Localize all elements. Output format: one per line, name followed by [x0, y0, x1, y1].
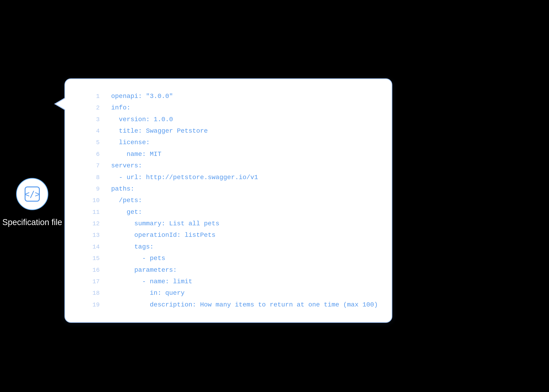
code-text: parameters:: [111, 264, 177, 276]
code-line: 9paths:: [84, 183, 378, 195]
code-line: 15 - pets: [84, 253, 378, 264]
code-line: 19 description: How many items to return…: [84, 299, 378, 311]
code-text: description: How many items to return at…: [111, 299, 378, 311]
code-text: - pets: [111, 253, 165, 264]
line-number: 18: [84, 288, 100, 299]
line-number: 2: [84, 103, 100, 113]
line-number: 5: [84, 137, 100, 148]
line-number: 3: [84, 114, 100, 125]
line-number: 13: [84, 230, 100, 241]
line-number: 19: [84, 300, 100, 310]
line-number: 4: [84, 126, 100, 137]
code-block: 1openapi: "3.0.0"2info:3 version: 1.0.04…: [84, 91, 378, 311]
line-number: 15: [84, 253, 100, 264]
code-line: 7servers:: [84, 160, 378, 172]
line-number: 6: [84, 149, 100, 160]
spec-file-label: Specification file: [2, 217, 62, 228]
code-text: name: MIT: [111, 148, 161, 160]
line-number: 11: [84, 207, 100, 218]
code-text: version: 1.0.0: [111, 114, 173, 125]
code-line: 3 version: 1.0.0: [84, 114, 378, 125]
line-number: 9: [84, 184, 100, 195]
code-line: 1openapi: "3.0.0": [84, 91, 378, 102]
code-text: tags:: [111, 241, 154, 253]
code-line: 6 name: MIT: [84, 148, 378, 160]
line-number: 8: [84, 172, 100, 183]
code-text: info:: [111, 102, 130, 114]
code-line: 10 /pets:: [84, 195, 378, 206]
line-number: 17: [84, 276, 100, 287]
code-text: - name: limit: [111, 276, 192, 287]
line-number: 14: [84, 242, 100, 252]
code-line: 4 title: Swagger Petstore: [84, 125, 378, 137]
code-line: 2info:: [84, 102, 378, 114]
icon-circle: </>: [16, 178, 48, 210]
speech-bubble: 1openapi: "3.0.0"2info:3 version: 1.0.04…: [64, 78, 392, 323]
code-line: 17 - name: limit: [84, 276, 378, 287]
code-text: servers:: [111, 160, 142, 172]
code-line: 18 in: query: [84, 287, 378, 299]
code-text: /pets:: [111, 195, 142, 206]
code-text: - url: http://petstore.swagger.io/v1: [111, 172, 258, 183]
code-text: summary: List all pets: [111, 218, 219, 230]
code-text: get:: [111, 206, 142, 218]
code-text: license:: [111, 137, 150, 148]
code-line: 14 tags:: [84, 241, 378, 253]
line-number: 7: [84, 161, 100, 171]
code-line: 13 operationId: listPets: [84, 230, 378, 241]
callout-wrapper: 1openapi: "3.0.0"2info:3 version: 1.0.04…: [64, 69, 549, 323]
left-panel: </> Specification file: [0, 164, 64, 228]
line-number: 1: [84, 91, 100, 102]
code-text: in: query: [111, 287, 185, 299]
code-line: 8 - url: http://petstore.swagger.io/v1: [84, 172, 378, 183]
svg-text:</>: </>: [24, 189, 40, 199]
line-number: 10: [84, 195, 100, 206]
code-line: 11 get:: [84, 206, 378, 218]
code-text: paths:: [111, 183, 134, 195]
line-number: 12: [84, 218, 100, 229]
code-line: 16 parameters:: [84, 264, 378, 276]
code-line: 5 license:: [84, 137, 378, 148]
line-number: 16: [84, 265, 100, 276]
code-text: openapi: "3.0.0": [111, 91, 173, 102]
code-text: operationId: listPets: [111, 230, 216, 241]
code-line: 12 summary: List all pets: [84, 218, 378, 230]
code-brackets-icon: </>: [24, 186, 40, 202]
scene: </> Specification file 1openapi: "3.0.0"…: [0, 0, 549, 392]
code-text: title: Swagger Petstore: [111, 125, 208, 137]
